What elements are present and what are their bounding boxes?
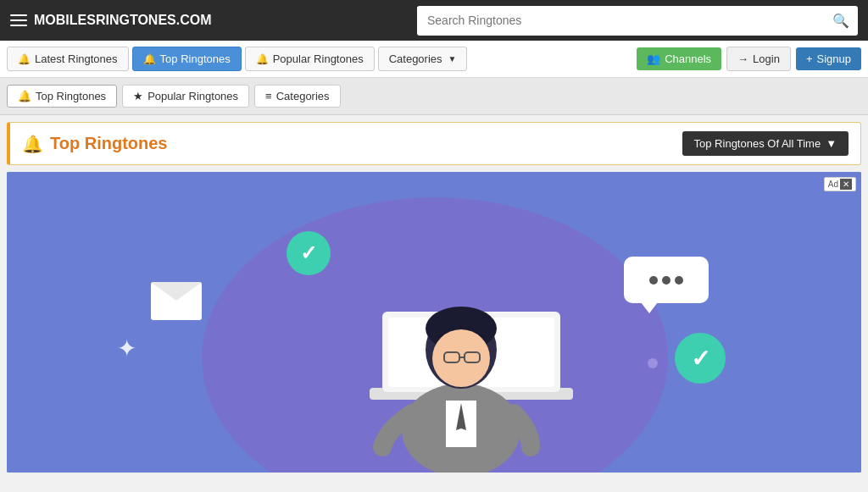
categories-dropdown-arrow: ▼ <box>448 54 457 64</box>
hamburger-icon[interactable] <box>10 12 27 29</box>
bell-icon-popular: 🔔 <box>256 53 269 65</box>
sub-tab-top[interactable]: 🔔 Top Ringtones <box>7 85 117 108</box>
tab-latest-ringtones[interactable]: 🔔 Latest Ringtones <box>7 47 129 71</box>
login-button[interactable]: → Login <box>726 47 791 71</box>
tab-categories[interactable]: Categories ▼ <box>378 47 468 71</box>
ad-banner: Ad ✕ ✦ ✓ ✓ <box>7 172 861 473</box>
ad-close-button[interactable]: ✕ <box>840 179 852 190</box>
tab-popular-ringtones[interactable]: 🔔 Popular Ringtones <box>245 47 375 71</box>
chat-dot-3 <box>675 276 683 285</box>
chat-dot-2 <box>662 276 670 285</box>
sub-tab-popular[interactable]: ★ Popular Ringtones <box>122 85 249 108</box>
bell-icon-latest: 🔔 <box>18 53 31 65</box>
search-bar: 🔍 <box>417 6 858 36</box>
sub-tab-categories[interactable]: ≡ Categories <box>254 85 340 108</box>
check-circle-2: ✓ <box>675 333 726 384</box>
search-button[interactable]: 🔍 <box>824 6 858 36</box>
navbar: MOBILESRINGTONES.COM 🔍 <box>0 0 868 41</box>
channels-button[interactable]: 👥 Channels <box>637 47 721 70</box>
nav-right-buttons: 👥 Channels → Login + Signup <box>637 47 861 71</box>
page-header: 🔔 Top Ringtones Top Ringtones Of All Tim… <box>7 122 861 165</box>
nav-tabs-left: 🔔 Latest Ringtones 🔔 Top Ringtones 🔔 Pop… <box>7 47 467 71</box>
signup-button[interactable]: + Signup <box>796 47 861 70</box>
tab-top-ringtones[interactable]: 🔔 Top Ringtones <box>132 47 242 71</box>
top-nav: 🔔 Latest Ringtones 🔔 Top Ringtones 🔔 Pop… <box>0 41 868 78</box>
bell-icon-top: 🔔 <box>143 53 156 65</box>
channels-icon: 👥 <box>647 53 660 65</box>
time-filter-dropdown[interactable]: Top Ringtones Of All Time ▼ <box>682 131 849 156</box>
sparkle-icon: ✦ <box>117 334 136 362</box>
dropdown-arrow-icon: ▼ <box>826 137 837 150</box>
envelope-icon <box>151 282 202 320</box>
search-input[interactable] <box>417 7 824 34</box>
signup-icon: + <box>806 53 813 65</box>
page-title-bell-icon: 🔔 <box>22 134 43 154</box>
sub-bell-icon: 🔔 <box>18 90 31 102</box>
sub-nav: 🔔 Top Ringtones ★ Popular Ringtones ≡ Ca… <box>0 78 868 115</box>
login-icon: → <box>737 53 748 65</box>
person-illustration <box>251 172 658 473</box>
sub-menu-icon: ≡ <box>265 90 272 102</box>
ad-badge: Ad ✕ <box>824 177 856 191</box>
page-title: 🔔 Top Ringtones <box>22 134 168 154</box>
ad-illustration: ✦ ✓ ✓ <box>7 172 861 473</box>
brand: MOBILESRINGTONES.COM <box>10 12 212 29</box>
sub-star-icon: ★ <box>133 90 143 102</box>
brand-name: MOBILESRINGTONES.COM <box>34 13 212 28</box>
